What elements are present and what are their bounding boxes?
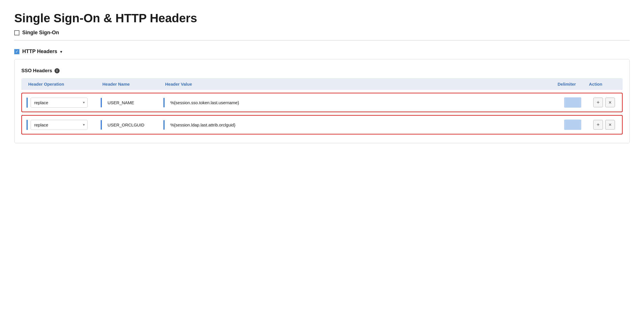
value-border-1 (163, 98, 555, 107)
delimiter-cell-1 (557, 96, 588, 109)
value-cell-1 (161, 97, 557, 108)
value-input-1[interactable] (167, 98, 555, 107)
operation-select-wrapper-2: replace insert remove ▾ (31, 120, 88, 130)
operation-border-2: replace insert remove ▾ (27, 120, 96, 130)
delimiter-box-1[interactable] (564, 97, 581, 108)
delimiter-cell-2 (557, 118, 588, 131)
name-cell-2 (98, 119, 161, 131)
col-header-name: Header Name (100, 82, 163, 86)
add-row-button-1[interactable]: + (593, 98, 603, 107)
delimiter-box-2[interactable] (564, 120, 581, 130)
checkmark-icon: ✓ (15, 49, 19, 54)
col-header-action: Action (587, 82, 618, 86)
action-cell-2: + × (588, 119, 620, 131)
http-headers-section: ✓ HTTP Headers ▾ SSO Headers i Header Op… (14, 49, 630, 143)
http-headers-box: SSO Headers i Header Operation Header Na… (14, 59, 630, 143)
col-header-delimiter: Delimiter (555, 82, 587, 86)
operation-select-1[interactable]: replace insert remove (31, 98, 88, 108)
name-cell-1 (98, 97, 161, 108)
remove-row-button-1[interactable]: × (605, 98, 615, 107)
name-input-1[interactable] (105, 98, 159, 107)
add-row-button-2[interactable]: + (593, 120, 603, 130)
info-icon[interactable]: i (54, 68, 60, 73)
remove-row-button-2[interactable]: × (605, 120, 615, 130)
operation-cell-1: replace insert remove ▾ (24, 96, 98, 109)
http-headers-label: HTTP Headers (22, 49, 57, 55)
name-border-1 (101, 98, 159, 107)
value-input-2[interactable] (167, 120, 555, 130)
sso-label: Single Sign-On (22, 30, 59, 36)
table-row: replace insert remove ▾ (21, 115, 623, 134)
table-header: Header Operation Header Name Header Valu… (21, 78, 623, 90)
sso-headers-table: Header Operation Header Name Header Valu… (21, 78, 623, 134)
sso-checkbox[interactable] (14, 30, 19, 35)
http-headers-checkbox[interactable]: ✓ (14, 49, 19, 54)
name-input-2[interactable] (105, 120, 159, 130)
operation-select-wrapper-1: replace insert remove ▾ (31, 98, 88, 108)
chevron-down-icon[interactable]: ▾ (60, 49, 62, 54)
operation-select-2[interactable]: replace insert remove (31, 120, 88, 130)
action-cell-1: + × (588, 96, 620, 108)
page-title: Single Sign-On & HTTP Headers (14, 11, 630, 25)
name-border-2 (101, 120, 159, 130)
sso-headers-label: SSO Headers (21, 68, 52, 74)
col-header-value: Header Value (163, 82, 555, 86)
col-header-operation: Header Operation (26, 82, 100, 86)
sso-section: Single Sign-On (14, 30, 630, 36)
table-row: replace insert remove ▾ (21, 93, 623, 112)
value-border-2 (163, 120, 555, 130)
operation-border-1: replace insert remove ▾ (27, 98, 96, 108)
value-cell-2 (161, 119, 557, 131)
operation-cell-2: replace insert remove ▾ (24, 119, 98, 131)
sso-headers-title: SSO Headers i (21, 68, 623, 74)
section-divider (14, 40, 630, 41)
http-headers-toggle: ✓ HTTP Headers ▾ (14, 49, 630, 55)
